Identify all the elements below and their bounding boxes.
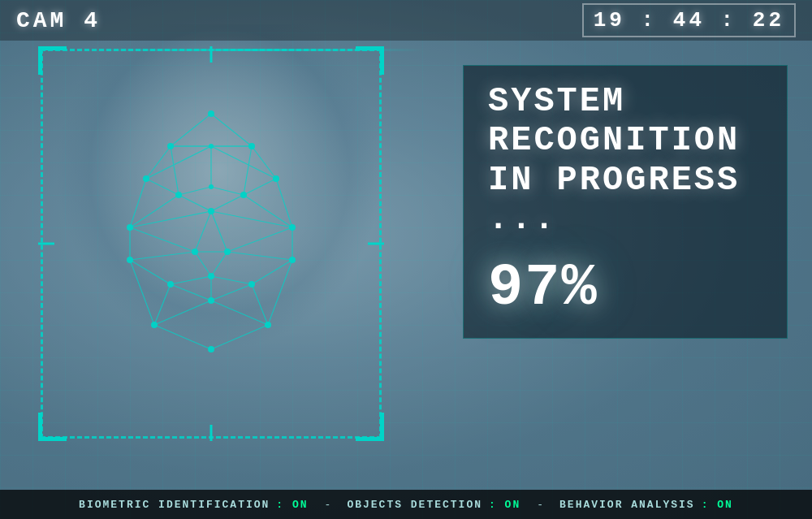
svg-line-48 bbox=[154, 325, 211, 349]
svg-line-16 bbox=[130, 179, 146, 227]
tick-left bbox=[38, 243, 54, 245]
svg-point-58 bbox=[240, 192, 247, 198]
tick-top bbox=[210, 46, 213, 63]
svg-line-31 bbox=[130, 252, 195, 260]
svg-line-17 bbox=[276, 179, 292, 227]
svg-line-11 bbox=[211, 187, 244, 195]
corner-bl bbox=[38, 413, 67, 441]
objects-label: OBJECTS DETECTION bbox=[347, 499, 482, 511]
svg-line-39 bbox=[171, 284, 211, 301]
svg-line-5 bbox=[146, 146, 171, 179]
status-bar: BIOMETRIC IDENTIFICATION : ON - OBJECTS … bbox=[0, 490, 812, 519]
svg-point-54 bbox=[143, 175, 149, 182]
separator-1: - bbox=[325, 499, 331, 511]
svg-point-56 bbox=[175, 192, 182, 198]
svg-point-69 bbox=[208, 297, 214, 304]
svg-point-72 bbox=[208, 346, 214, 352]
svg-line-9 bbox=[146, 179, 179, 195]
face-detection-box bbox=[41, 49, 382, 439]
top-bar: CAM 4 19 : 44 : 22 bbox=[0, 0, 812, 41]
corner-tr bbox=[356, 46, 384, 75]
biometric-value: : ON bbox=[276, 499, 308, 511]
svg-line-33 bbox=[195, 252, 211, 276]
svg-point-59 bbox=[127, 224, 133, 231]
svg-line-38 bbox=[211, 276, 252, 284]
svg-point-53 bbox=[209, 144, 214, 149]
svg-line-12 bbox=[244, 179, 276, 195]
svg-line-21 bbox=[211, 195, 244, 211]
svg-point-64 bbox=[127, 257, 133, 263]
face-mesh bbox=[65, 81, 357, 406]
svg-point-61 bbox=[208, 208, 214, 214]
info-panel: SYSTEM RECOGNITION IN PROGRESS ... 97% bbox=[463, 65, 788, 339]
svg-point-63 bbox=[224, 249, 231, 255]
svg-line-7 bbox=[146, 146, 211, 179]
svg-line-47 bbox=[268, 260, 292, 325]
svg-line-25 bbox=[211, 211, 227, 252]
svg-line-20 bbox=[179, 195, 211, 211]
svg-point-71 bbox=[265, 322, 271, 328]
objects-value: : ON bbox=[489, 499, 520, 511]
svg-line-28 bbox=[227, 227, 292, 252]
recognition-percentage: 97% bbox=[488, 255, 762, 322]
behavior-label: BEHAVIOR ANALYSIS bbox=[559, 499, 695, 511]
surveillance-screen: CAM 4 19 : 44 : 22 bbox=[0, 0, 812, 519]
svg-point-51 bbox=[167, 143, 174, 149]
svg-point-60 bbox=[289, 224, 296, 231]
svg-point-57 bbox=[209, 184, 214, 189]
svg-point-55 bbox=[273, 175, 279, 182]
svg-point-70 bbox=[151, 322, 158, 328]
svg-line-27 bbox=[130, 227, 195, 252]
svg-line-36 bbox=[252, 260, 292, 284]
svg-point-52 bbox=[248, 143, 255, 149]
recognition-status-text: SYSTEM RECOGNITION IN PROGRESS ... bbox=[488, 82, 762, 239]
svg-line-0 bbox=[171, 114, 211, 146]
biometric-status: BIOMETRIC IDENTIFICATION : ON bbox=[79, 499, 308, 511]
svg-point-68 bbox=[248, 281, 255, 288]
svg-line-6 bbox=[252, 146, 276, 179]
svg-point-65 bbox=[289, 257, 296, 263]
svg-line-8 bbox=[211, 146, 276, 179]
tick-bottom bbox=[210, 425, 213, 441]
svg-point-50 bbox=[208, 110, 214, 117]
svg-line-37 bbox=[171, 276, 211, 284]
svg-line-10 bbox=[179, 187, 211, 195]
svg-point-66 bbox=[208, 273, 214, 279]
timestamp: 19 : 44 : 22 bbox=[582, 3, 796, 37]
svg-line-34 bbox=[211, 252, 227, 276]
svg-line-1 bbox=[211, 114, 252, 146]
svg-line-35 bbox=[130, 260, 171, 284]
svg-line-13 bbox=[171, 146, 179, 195]
cam-label: CAM 4 bbox=[16, 8, 101, 33]
svg-line-40 bbox=[211, 284, 252, 301]
svg-line-32 bbox=[227, 252, 292, 260]
svg-line-24 bbox=[195, 211, 211, 252]
objects-status: OBJECTS DETECTION : ON bbox=[347, 499, 520, 511]
separator-2: - bbox=[537, 499, 543, 511]
behavior-value: : ON bbox=[702, 499, 733, 511]
svg-point-67 bbox=[167, 281, 174, 288]
corner-br bbox=[356, 413, 384, 441]
behavior-status: BEHAVIOR ANALYSIS : ON bbox=[559, 499, 733, 511]
tick-right bbox=[368, 243, 384, 245]
svg-line-46 bbox=[130, 260, 154, 325]
svg-point-62 bbox=[192, 249, 198, 255]
svg-line-49 bbox=[211, 325, 268, 349]
corner-tl bbox=[38, 46, 67, 75]
svg-line-14 bbox=[244, 146, 252, 195]
biometric-label: BIOMETRIC IDENTIFICATION bbox=[79, 499, 270, 511]
